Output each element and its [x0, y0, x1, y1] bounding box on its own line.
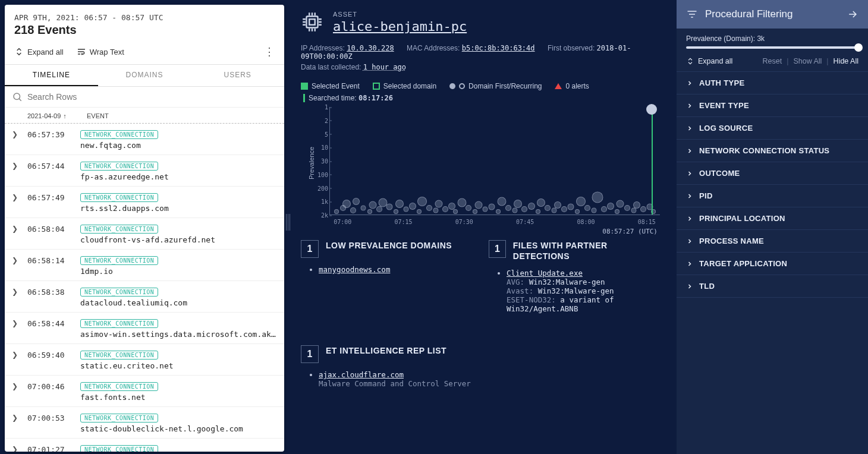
chart-point[interactable] — [497, 197, 506, 206]
chart-point[interactable] — [584, 205, 590, 211]
et-domain-link[interactable]: ajax.cloudflare.com — [319, 370, 404, 379]
low-prev-domain-link[interactable]: manygoodnews.com — [319, 265, 390, 274]
chart-point[interactable] — [426, 205, 432, 211]
chart-point[interactable] — [561, 206, 567, 212]
chart-point[interactable] — [488, 204, 495, 210]
chart-point[interactable] — [353, 198, 360, 205]
ip-value[interactable]: 10.0.30.228 — [347, 44, 394, 52]
event-row[interactable]: ❯ 06:58:04 NETWORK_CONNECTION cloudfront… — [5, 218, 284, 250]
file-link[interactable]: Client Update.exe — [507, 269, 583, 278]
chart-point[interactable] — [367, 209, 372, 214]
chart-point[interactable] — [442, 206, 448, 212]
tab-timeline[interactable]: TIMELINE — [5, 65, 98, 86]
chart-point[interactable] — [342, 200, 351, 208]
event-row[interactable]: ❯ 06:58:44 NETWORK_CONNECTION asimov-win… — [5, 313, 284, 344]
hide-all-button[interactable]: Hide All — [834, 57, 858, 65]
filter-section[interactable]: EVENT TYPE — [677, 94, 868, 117]
chevron-right-icon[interactable]: ❯ — [12, 380, 19, 390]
filter-section[interactable]: AUTH TYPE — [677, 72, 868, 94]
chart-point[interactable] — [409, 203, 416, 210]
chart-point[interactable] — [640, 206, 646, 212]
chart-point[interactable] — [536, 209, 540, 214]
filter-section[interactable]: OUTCOME — [677, 162, 868, 185]
more-menu-button[interactable]: ⋮ — [264, 45, 275, 58]
chart-point[interactable] — [576, 197, 586, 206]
chart-point[interactable] — [537, 198, 545, 207]
chart-point[interactable] — [403, 206, 408, 212]
chart-point[interactable] — [458, 198, 467, 207]
event-row[interactable]: ❯ 07:00:53 NETWORK_CONNECTION static-dou… — [5, 407, 284, 439]
search-input[interactable] — [27, 92, 277, 102]
chart-point[interactable] — [568, 204, 574, 210]
chart-point[interactable] — [592, 192, 603, 203]
chart-point[interactable] — [633, 201, 640, 209]
chart-point[interactable] — [496, 209, 501, 214]
col-date[interactable]: 2021-04-09 ↑ — [27, 112, 87, 119]
chart-point[interactable] — [417, 197, 427, 206]
chart-point[interactable] — [386, 204, 392, 210]
chart-point[interactable] — [369, 201, 377, 209]
chart-point[interactable] — [482, 206, 488, 212]
chart-point[interactable] — [512, 207, 517, 213]
chart-point[interactable] — [474, 201, 482, 209]
reset-button[interactable]: Reset — [763, 57, 782, 65]
chevron-right-icon[interactable]: ❯ — [12, 223, 19, 233]
filter-section[interactable]: PID — [677, 185, 868, 207]
chevron-right-icon[interactable]: ❯ — [12, 317, 19, 327]
filter-section[interactable]: NETWORK CONNECTION STATUS — [677, 140, 868, 162]
chevron-right-icon[interactable]: ❯ — [12, 349, 19, 359]
chart-point[interactable] — [466, 205, 471, 211]
chart-point[interactable] — [592, 207, 597, 213]
chart-point[interactable] — [545, 205, 551, 211]
chart-point[interactable] — [435, 200, 443, 207]
chart-point[interactable] — [360, 206, 366, 211]
event-row[interactable]: ❯ 07:01:27 NETWORK_CONNECTION gsp57-ssl-… — [5, 439, 284, 452]
mac-value[interactable]: b5:0c:8b:30:63:4d — [462, 44, 535, 52]
chevron-right-icon[interactable]: ❯ — [12, 191, 19, 201]
event-row[interactable]: ❯ 06:58:14 NETWORK_CONNECTION 1dmp.io — [5, 250, 284, 281]
chevron-right-icon[interactable]: ❯ — [12, 160, 19, 170]
chart-point[interactable] — [350, 207, 356, 213]
prevalence-slider[interactable] — [686, 46, 858, 49]
chart-point[interactable] — [615, 209, 619, 214]
event-row[interactable]: ❯ 07:00:46 NETWORK_CONNECTION fast.fonts… — [5, 376, 284, 407]
show-all-button[interactable]: Show All — [793, 57, 822, 65]
filter-section[interactable]: TLD — [677, 275, 868, 298]
collapse-panel-button[interactable] — [847, 8, 858, 20]
filter-section[interactable]: TARGET APPLICATION — [677, 253, 868, 275]
chart-point[interactable] — [334, 209, 339, 214]
chart-point[interactable] — [453, 209, 458, 214]
filter-section[interactable]: PRINCIPAL LOCATION — [677, 207, 868, 230]
chevron-right-icon[interactable]: ❯ — [12, 412, 19, 422]
chart-point[interactable] — [417, 209, 422, 214]
chart-point[interactable] — [617, 200, 624, 207]
chart-point[interactable] — [528, 203, 535, 210]
chevron-right-icon[interactable]: ❯ — [12, 286, 19, 296]
prevalence-chart[interactable]: Prevalence 12510301002001k2k 07:0007:150… — [301, 107, 660, 232]
chart-point[interactable] — [473, 209, 477, 214]
slider-thumb[interactable] — [854, 43, 863, 52]
chevron-right-icon[interactable]: ❯ — [12, 128, 19, 138]
wrap-text-button[interactable]: Wrap Text — [77, 47, 124, 56]
event-row[interactable]: ❯ 06:57:39 NETWORK_CONNECTION new.fqtag.… — [5, 124, 284, 155]
event-row[interactable]: ❯ 06:57:44 NETWORK_CONNECTION fp-as.azur… — [5, 155, 284, 187]
chart-point[interactable] — [433, 207, 438, 213]
chart-point[interactable] — [601, 206, 607, 212]
chart-point[interactable] — [607, 203, 614, 210]
event-row[interactable]: ❯ 06:57:49 NETWORK_CONNECTION rts.ssl2.d… — [5, 187, 284, 218]
chart-point[interactable] — [554, 201, 561, 209]
asset-name-link[interactable]: alice-benjamin-pc — [333, 19, 467, 34]
expand-all-button[interactable]: Expand all — [14, 47, 64, 56]
chevron-right-icon[interactable]: ❯ — [12, 254, 19, 264]
filter-expand-all-button[interactable]: Expand all — [686, 57, 732, 65]
chart-point[interactable] — [505, 205, 511, 211]
filter-section[interactable]: LOG SOURCE — [677, 117, 868, 140]
chart-point[interactable] — [394, 209, 398, 214]
event-row[interactable]: ❯ 06:58:38 NETWORK_CONNECTION datacloud.… — [5, 281, 284, 313]
chart-point[interactable] — [521, 206, 527, 212]
tab-domains[interactable]: DOMAINS — [98, 65, 191, 86]
events-list[interactable]: ❯ 06:57:39 NETWORK_CONNECTION new.fqtag.… — [5, 124, 284, 452]
filter-section[interactable]: PROCESS NAME — [677, 230, 868, 253]
col-event[interactable]: EVENT — [87, 112, 109, 119]
chart-point[interactable] — [624, 205, 630, 211]
